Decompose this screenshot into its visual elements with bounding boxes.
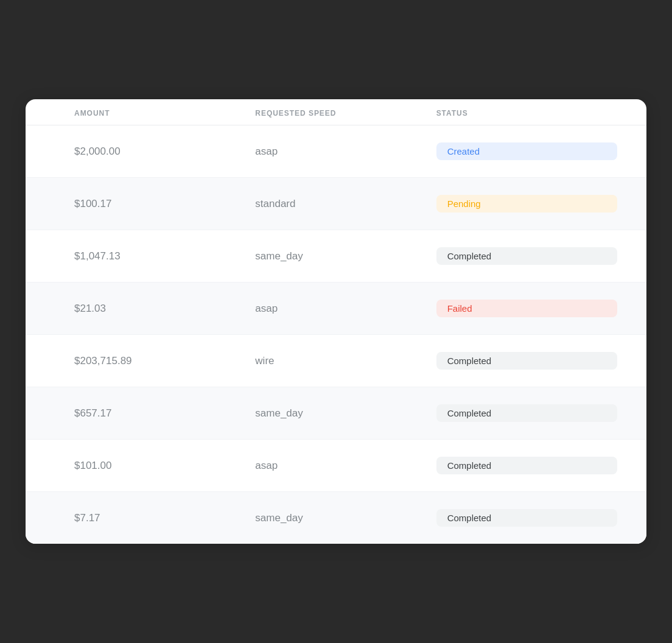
cell-speed: asap	[255, 303, 436, 315]
cell-amount: $101.00	[74, 460, 255, 472]
table-row: $203,715.89wireCompleted	[26, 335, 646, 387]
status-badge: Completed	[436, 404, 617, 422]
table-row: $7.17same_dayCompleted	[26, 492, 646, 544]
col-header-amount: AMOUNT	[74, 109, 255, 118]
cell-amount: $203,715.89	[74, 355, 255, 367]
table-row: $101.00asapCompleted	[26, 440, 646, 492]
status-badge: Completed	[436, 509, 617, 527]
cell-amount: $21.03	[74, 303, 255, 315]
table-row: $657.17same_dayCompleted	[26, 387, 646, 440]
cell-amount: $2,000.00	[74, 146, 255, 158]
cell-amount: $657.17	[74, 407, 255, 420]
cell-amount: $100.17	[74, 198, 255, 210]
cell-speed: wire	[255, 355, 436, 367]
status-badge: Completed	[436, 352, 617, 370]
table-row: $2,000.00asapCreated	[26, 125, 646, 178]
cell-speed: same_day	[255, 407, 436, 420]
cell-speed: standard	[255, 198, 436, 210]
col-header-status: STATUS	[436, 109, 617, 118]
table-row: $100.17standardPending	[26, 178, 646, 230]
status-badge: Created	[436, 142, 617, 160]
status-badge: Pending	[436, 195, 617, 213]
col-header-speed: REQUESTED SPEED	[255, 109, 436, 118]
status-badge: Failed	[436, 300, 617, 317]
transactions-card: AMOUNT REQUESTED SPEED STATUS $2,000.00a…	[26, 99, 646, 544]
cell-speed: same_day	[255, 512, 436, 524]
cell-amount: $7.17	[74, 512, 255, 524]
cell-speed: asap	[255, 146, 436, 158]
status-badge: Completed	[436, 457, 617, 474]
cell-speed: asap	[255, 460, 436, 472]
table-header: AMOUNT REQUESTED SPEED STATUS	[26, 99, 646, 125]
cell-speed: same_day	[255, 250, 436, 262]
table-body: $2,000.00asapCreated$100.17standardPendi…	[26, 125, 646, 544]
table-row: $21.03asapFailed	[26, 283, 646, 335]
status-badge: Completed	[436, 247, 617, 265]
cell-amount: $1,047.13	[74, 250, 255, 262]
table-row: $1,047.13same_dayCompleted	[26, 230, 646, 283]
